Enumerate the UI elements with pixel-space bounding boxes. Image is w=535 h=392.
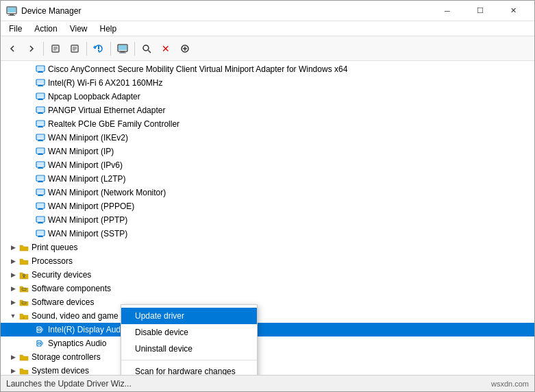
- svg-rect-79: [37, 327, 41, 332]
- sw-folder-icon: [18, 297, 29, 308]
- svg-rect-28: [38, 85, 42, 86]
- ctx-uninstall-device[interactable]: Uninstall device: [121, 341, 257, 357]
- tree-item-security-devices[interactable]: ▶ Security devices: [1, 268, 534, 282]
- tree-item-pangp-label: PANGP Virtual Ethernet Adapter: [48, 106, 165, 115]
- svg-rect-2: [8, 15, 15, 16]
- minimize-button[interactable]: ─: [432, 1, 463, 21]
- toolbar-back-button[interactable]: [3, 40, 21, 58]
- menu-view[interactable]: View: [64, 23, 93, 35]
- toolbar-uninstall-button[interactable]: ✕: [157, 40, 175, 58]
- tree-item-software-components[interactable]: ▶ Software components: [1, 282, 534, 295]
- svg-rect-66: [37, 204, 44, 207]
- tree-item-wan-pptp-label: WAN Miniport (PPTP): [48, 215, 127, 225]
- tree-item-synaptics[interactable]: Synaptics Audio: [1, 336, 534, 350]
- tree-item-npcap[interactable]: Npcap Loopback Adapter: [1, 90, 534, 103]
- tree-item-intel-wifi-label: Intel(R) Wi-Fi 6 AX201 160MHz: [48, 78, 162, 88]
- no-expand-icon: [24, 105, 35, 116]
- menu-bar: File Action View Help: [1, 21, 534, 36]
- tree-item-wan-network[interactable]: WAN Miniport (Network Monitor): [1, 186, 534, 199]
- toolbar-monitor-button[interactable]: [114, 40, 132, 58]
- tree-item-software-devices[interactable]: ▶ Software devices: [1, 295, 534, 309]
- tree-item-storage[interactable]: ▶ Storage controllers: [1, 350, 534, 364]
- svg-rect-52: [38, 167, 42, 168]
- expand-icon-sw-components: ▶: [8, 283, 18, 294]
- svg-rect-60: [38, 195, 42, 195]
- tree-item-wan-ip-label: WAN Miniport (IP): [48, 147, 114, 156]
- toolbar-separator-2: [86, 42, 87, 56]
- sound-icon: [35, 324, 46, 335]
- ctx-scan-changes[interactable]: Scan for hardware changes: [121, 363, 257, 375]
- menu-file[interactable]: File: [3, 23, 27, 35]
- svg-rect-54: [37, 162, 44, 166]
- svg-rect-16: [119, 52, 126, 53]
- toolbar-properties2-button[interactable]: [66, 40, 84, 58]
- tree-item-processors[interactable]: ▶ Processors: [1, 254, 534, 268]
- svg-rect-38: [37, 108, 44, 111]
- tree-item-sw-components-label: Software components: [32, 284, 111, 293]
- monitor-icon: [35, 201, 46, 212]
- svg-rect-81: [37, 341, 41, 346]
- tree-item-wan-pppoe[interactable]: WAN Miniport (PPPOE): [1, 199, 534, 213]
- tree-item-realtek[interactable]: Realtek PCIe GbE Family Controller: [1, 117, 534, 131]
- no-expand-icon: [24, 77, 35, 88]
- svg-rect-44: [38, 140, 42, 140]
- tree-item-wan-ikev2-label: WAN Miniport (IKEv2): [48, 133, 128, 143]
- tree-item-pangp[interactable]: PANGP Virtual Ethernet Adapter: [1, 103, 534, 117]
- no-expand-icon: [24, 146, 35, 157]
- ctx-disable-device[interactable]: Disable device: [121, 324, 257, 341]
- svg-point-82: [38, 343, 40, 345]
- menu-help[interactable]: Help: [95, 23, 123, 35]
- monitor-icon: [35, 228, 46, 239]
- toolbar-update-button[interactable]: [90, 40, 108, 58]
- ctx-update-driver[interactable]: Update driver: [121, 308, 257, 324]
- svg-rect-74: [37, 231, 44, 234]
- sound-icon: [35, 338, 46, 349]
- expand-icon-sound: ▼: [8, 310, 18, 321]
- tree-item-sound-video[interactable]: ▼ ♪ Sound, video and game controllers: [1, 309, 534, 323]
- tree-item-wan-ikev2[interactable]: WAN Miniport (IKEv2): [1, 131, 534, 145]
- no-expand-icon: [24, 187, 35, 198]
- tree-item-system[interactable]: ▶ System devices: [1, 364, 534, 375]
- tree-item-wan-pptp[interactable]: WAN Miniport (PPTP): [1, 213, 534, 227]
- svg-rect-30: [37, 80, 44, 84]
- monitor-icon: [35, 187, 46, 198]
- close-button[interactable]: ✕: [497, 1, 529, 21]
- svg-rect-56: [38, 181, 42, 182]
- no-expand-icon: [24, 338, 35, 349]
- monitor-icon: [35, 160, 46, 171]
- toolbar-add-button[interactable]: [176, 40, 194, 58]
- tree-item-cisco[interactable]: Cisco AnyConnect Secure Mobility Client …: [1, 62, 534, 76]
- svg-rect-72: [38, 236, 42, 236]
- toolbar-scan-button[interactable]: [138, 40, 155, 58]
- tree-item-wan-ip[interactable]: WAN Miniport (IP): [1, 145, 534, 158]
- menu-action[interactable]: Action: [29, 23, 62, 35]
- toolbar-properties-button[interactable]: [47, 40, 64, 58]
- svg-rect-64: [38, 208, 42, 209]
- tree-item-sw-devices-label: Software devices: [32, 297, 94, 307]
- svg-rect-46: [37, 135, 44, 138]
- svg-rect-33: [38, 99, 43, 100]
- expand-icon-print: ▶: [8, 242, 18, 253]
- monitor-icon: [35, 64, 46, 75]
- tree-item-intel-wifi[interactable]: Intel(R) Wi-Fi 6 AX201 160MHz: [1, 76, 534, 90]
- tree-item-system-label: System devices: [32, 366, 89, 375]
- toolbar-forward-button[interactable]: [23, 40, 40, 58]
- svg-rect-58: [37, 176, 44, 180]
- monitor-icon: [35, 173, 46, 184]
- device-tree[interactable]: Cisco AnyConnect Secure Mobility Client …: [1, 61, 534, 375]
- svg-rect-69: [38, 223, 43, 223]
- tree-item-print-queues[interactable]: ▶ Print queues: [1, 241, 534, 254]
- monitor-icon: [35, 105, 46, 116]
- tree-item-intel-display-audio[interactable]: Intel(R) Display Audio: [1, 323, 534, 336]
- main-window: Device Manager ─ ☐ ✕ File Action View He…: [0, 0, 535, 392]
- tree-item-wan-sstp[interactable]: WAN Miniport (SSTP): [1, 227, 534, 241]
- security-folder-icon: [18, 269, 29, 280]
- maximize-button[interactable]: ☐: [464, 1, 496, 21]
- tree-item-wan-ipv6[interactable]: WAN Miniport (IPv6): [1, 158, 534, 172]
- tree-item-wan-l2tp[interactable]: WAN Miniport (L2TP): [1, 172, 534, 186]
- toolbar: ✕: [1, 36, 534, 61]
- monitor-icon: [35, 77, 46, 88]
- svg-point-80: [38, 329, 40, 331]
- no-expand-icon: [24, 160, 35, 171]
- svg-rect-41: [38, 127, 43, 127]
